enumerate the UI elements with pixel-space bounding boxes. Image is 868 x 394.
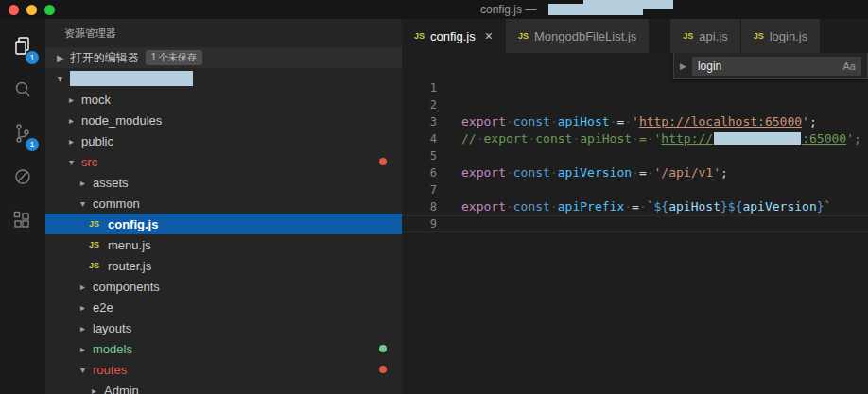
tree-item-label: Admin: [104, 384, 139, 394]
activity-item-extensions[interactable]: [0, 200, 45, 244]
tab-label: login.js: [770, 29, 807, 43]
code-token: ·: [647, 165, 654, 180]
code-token: apiVersion: [742, 199, 816, 214]
js-file-icon: JS: [754, 31, 764, 41]
tree-item-label: common: [93, 197, 140, 211]
tree-item-src[interactable]: ▾src: [45, 151, 402, 172]
code-token: const: [513, 114, 550, 128]
tree-item-mock[interactable]: ▸mock: [45, 89, 402, 110]
line-number: 4: [402, 130, 437, 147]
tree-item-models[interactable]: ▸models: [45, 338, 402, 359]
code-token: apiHost: [668, 199, 720, 214]
code-token: =: [632, 199, 639, 214]
code-token: =: [639, 131, 647, 146]
tree-item-router-js[interactable]: JSrouter.js: [45, 255, 402, 276]
code-token: http://localhost:65000: [639, 114, 802, 128]
chevron-down-icon: ▾: [78, 198, 88, 209]
activity-item-search[interactable]: [0, 70, 45, 113]
chevron-right-icon: ▸: [78, 302, 88, 313]
tree-item-Admin[interactable]: ▸Admin: [45, 380, 402, 394]
tree-item-assets[interactable]: ▸assets: [45, 172, 402, 193]
redacted-folder-name: [70, 71, 193, 86]
unsaved-count-badge: 1 个未保存: [146, 50, 202, 65]
search-icon: [11, 78, 34, 105]
code-editor[interactable]: 123export·const·apiHost·=·'http://localh…: [402, 53, 868, 394]
line-number: 6: [402, 164, 437, 181]
code-line: 2: [402, 96, 868, 113]
line-number: 5: [402, 147, 437, 164]
tab-api-js[interactable]: JSapi.js: [670, 19, 740, 53]
code-token: ·: [647, 131, 654, 146]
code-text: export·const·apiPrefix·=·`${apiHost}${ap…: [461, 198, 831, 215]
tree-item-public[interactable]: ▸public: [45, 130, 402, 151]
code-token: `: [825, 199, 832, 214]
tree-item-components[interactable]: ▸components: [45, 276, 402, 297]
line-number: 1: [402, 79, 437, 96]
code-text: export·const·apiHost·=·'http://localhost…: [461, 113, 817, 130]
chevron-right-icon: ▸: [66, 115, 77, 126]
tree-item-routes[interactable]: ▾routes: [45, 359, 402, 380]
code-token: export: [483, 131, 528, 146]
chevron-right-icon: ▸: [78, 344, 88, 354]
tab-label: config.js: [430, 29, 476, 43]
code-token: const: [513, 165, 550, 180]
close-icon[interactable]: ×: [485, 28, 493, 43]
code-token: =: [639, 165, 647, 180]
activity-item-debug[interactable]: [0, 157, 45, 200]
code-line: 8export·const·apiPrefix·=·`${apiHost}${a…: [402, 198, 868, 215]
code-line: 7: [402, 181, 868, 198]
code-token: const: [535, 131, 572, 146]
match-case-button[interactable]: Aa: [843, 60, 856, 72]
tree-item-label: components: [93, 280, 160, 294]
code-line: 6export·const·apiVersion·=·'/api/v1';: [402, 164, 868, 181]
find-input[interactable]: login Aa: [692, 57, 861, 76]
tree-item-menu-js[interactable]: JSmenu.js: [45, 234, 402, 255]
js-file-icon: JS: [683, 31, 693, 41]
tree-item-redacted-root[interactable]: ▾: [45, 68, 402, 89]
line-number: 2: [402, 96, 437, 113]
close-window-button[interactable]: [9, 5, 19, 15]
tree-item-label: router.js: [108, 259, 151, 273]
tab-label: api.js: [699, 29, 727, 43]
code-token: '/api/v1': [654, 165, 720, 180]
chevron-down-icon: ▾: [78, 365, 88, 375]
zoom-window-button[interactable]: [44, 5, 55, 15]
activity-item-explorer[interactable]: 1: [0, 26, 45, 70]
code-token: :65000: [802, 131, 846, 146]
minimize-window-button[interactable]: [26, 5, 37, 15]
code-token: ;: [720, 165, 728, 180]
tree-item-e2e[interactable]: ▸e2e: [45, 297, 402, 317]
code-token: apiHost: [558, 114, 610, 128]
chevron-right-icon: ▸: [66, 94, 77, 105]
js-file-icon: JS: [89, 240, 103, 249]
debug-icon: [11, 165, 34, 192]
tree-item-common[interactable]: ▾common: [45, 193, 402, 214]
file-tree: ▾▸mock▸node_modules▸public▾src▸assets▾co…: [45, 68, 402, 394]
tree-item-node_modules[interactable]: ▸node_modules: [45, 110, 402, 130]
code-token: ·: [624, 199, 632, 214]
tree-item-config-js[interactable]: JSconfig.js: [45, 214, 402, 234]
code-token: ·: [632, 165, 639, 180]
activity-item-source-control[interactable]: 1: [0, 113, 45, 157]
js-file-icon: JS: [518, 31, 529, 41]
redacted-region: [583, 0, 673, 9]
activity-badge: 1: [26, 138, 39, 151]
tree-item-layouts[interactable]: ▸layouts: [45, 317, 402, 338]
code-line: 9: [402, 215, 868, 232]
code-token: ${: [654, 199, 669, 214]
code-token: ·: [639, 199, 647, 214]
code-token: ·: [506, 165, 513, 180]
code-token: apiHost: [580, 131, 632, 146]
toggle-replace-icon[interactable]: ▶: [680, 61, 686, 71]
tree-item-label: mock: [81, 93, 111, 107]
line-number: 3: [402, 113, 437, 130]
open-editors-section[interactable]: ▶ 打开的编辑器 1 个未保存: [45, 47, 402, 68]
tree-item-label: assets: [93, 176, 129, 190]
tree-item-label: public: [81, 134, 113, 148]
window-title: config.js —: [480, 3, 536, 16]
tree-item-label: src: [81, 155, 97, 169]
activity-bar: 11: [0, 19, 45, 394]
tab-MongodbFileList-js[interactable]: JSMongodbFileList.js: [506, 19, 650, 53]
tab-config-js[interactable]: JSconfig.js×: [402, 19, 506, 53]
tab-login-js[interactable]: JSlogin.js: [741, 19, 821, 53]
